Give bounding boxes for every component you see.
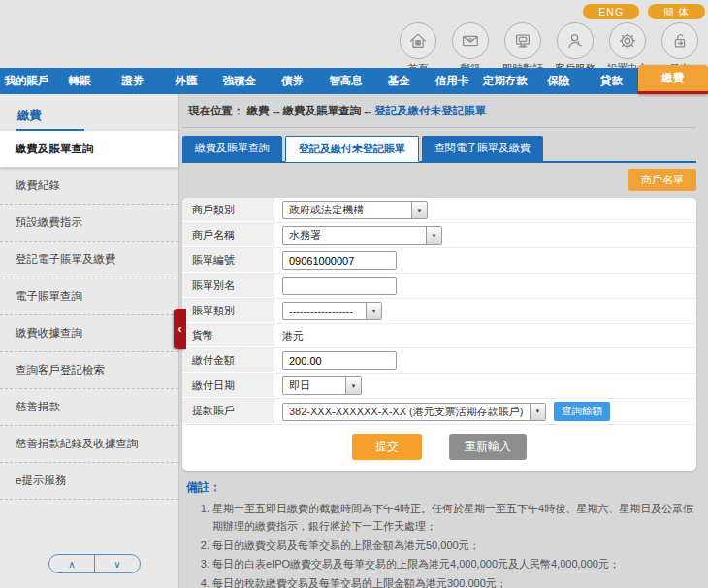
- form-row-merchant-category: 商戶類別 政府或法定機構 ▼: [182, 198, 696, 223]
- sidebar-item-ebill-enquiry[interactable]: 電子賬單查詢: [0, 278, 178, 315]
- dropdown-arrow-icon: ▼: [345, 377, 361, 394]
- nav-item-funds[interactable]: 基金: [372, 68, 426, 94]
- sidebar-title: 繳費: [0, 94, 178, 129]
- debit-account-select[interactable]: 382-XXX-XXXXXX-X-XX (港元支票活期存款賬戶) ▼: [282, 403, 546, 421]
- sidebar-item-payment-and-bill-enquiry[interactable]: 繳費及賬單查詢: [0, 131, 178, 168]
- bill-type-select[interactable]: ------------------ ▼: [282, 302, 382, 320]
- merchant-name-label: 商戶名稱: [182, 223, 274, 247]
- breadcrumb-path: 繳費 -- 繳費及賬單查詢 --: [247, 105, 371, 116]
- merchant-name-value: 水務署: [283, 228, 426, 243]
- settings-icon: [609, 22, 646, 59]
- tab-register-and-pay-unregistered-bill[interactable]: 登記及繳付未登記賬單: [285, 136, 419, 162]
- nav-item-securities[interactable]: 證券: [107, 68, 160, 94]
- bill-alias-label: 賬單別名: [182, 274, 274, 298]
- nav-item-insurance[interactable]: 保險: [531, 68, 585, 94]
- chevron-left-icon: ‹: [178, 322, 182, 336]
- debit-account-value: 382-XXX-XXXXXX-X-XX (港元支票活期存款賬戶): [283, 405, 530, 419]
- body: 繳費 繳費及賬單查詢 繳費紀錄 預設繳費指示 登記電子賬單及繳費 電子賬單查詢 …: [0, 94, 708, 588]
- breadcrumb-current: 登記及繳付未登記賬單: [374, 105, 486, 116]
- nav-item-fx[interactable]: 外匯: [159, 68, 212, 94]
- sidebar-item-payment-records[interactable]: 繳費紀錄: [0, 168, 178, 205]
- scroll-up-button[interactable]: ∧: [49, 555, 95, 572]
- chevron-down-icon: ∨: [113, 559, 120, 570]
- currency-value: 港元: [282, 329, 304, 343]
- nav-item-credit-card[interactable]: 信用卡: [426, 68, 479, 94]
- merchant-list-button[interactable]: 商戶名單: [628, 169, 696, 191]
- note-item: 星期一至五即日繳費的截數時間為下午4時正。任何於星期一至五下午4時後、星期六、星…: [212, 501, 694, 536]
- form-row-payment-date: 繳付日期 即日 ▼: [182, 374, 696, 399]
- nav-item-time-deposit[interactable]: 定期存款: [478, 68, 531, 94]
- sidebar-item-scheduled-payment-instructions[interactable]: 預設繳費指示: [0, 205, 178, 242]
- note-item: 每日的繳費交易及每筆交易的上限金額為港元50,000元；: [212, 538, 694, 555]
- sidebar: 繳費 繳費及賬單查詢 繳費紀錄 預設繳費指示 登記電子賬單及繳費 電子賬單查詢 …: [0, 94, 179, 588]
- form-row-bill-alias: 賬單別名: [182, 274, 696, 299]
- sidebar-pager: ∧ ∨: [48, 554, 141, 573]
- logout-icon: [661, 22, 698, 59]
- bill-type-label: 賬單類別: [182, 299, 274, 323]
- check-balance-button[interactable]: 查詢餘額: [554, 402, 610, 421]
- tab-bar: 繳費及賬單查詢 登記及繳付未登記賬單 查閱電子賬單及繳費: [182, 136, 696, 163]
- simplified-chinese-button[interactable]: 簡 体: [648, 4, 705, 19]
- form-row-debit-account: 提款賬戶 382-XXX-XXXXXX-X-XX (港元支票活期存款賬戶) ▼ …: [182, 399, 696, 425]
- chevron-up-icon: ∧: [68, 559, 75, 570]
- sidebar-item-donation-records-and-receipts[interactable]: 慈善捐款紀錄及收據查詢: [0, 426, 178, 463]
- form-row-bill-type: 賬單類別 ------------------ ▼: [182, 299, 696, 324]
- payment-amount-label: 繳付金額: [182, 348, 274, 373]
- currency-label: 貨幣: [182, 324, 274, 347]
- live-chat-icon: [504, 22, 541, 59]
- nav-item-loans[interactable]: 貸款: [585, 68, 638, 94]
- sidebar-item-customer-registration-enquiry[interactable]: 查詢客戶登記檢索: [0, 352, 178, 389]
- language-switcher: ENG 簡 体: [583, 4, 705, 19]
- merchant-category-select[interactable]: 政府或法定機構 ▼: [282, 201, 428, 219]
- nav-item-my-accounts[interactable]: 我的賬戶: [0, 68, 53, 94]
- main-nav: 我的賬戶 轉賬 證券 外匯 強積金 債券 智高息 基金 信用卡 定期存款 保險 …: [0, 68, 708, 94]
- debit-account-label: 提款賬戶: [182, 399, 274, 424]
- note-item: 每日的白表eIPO繳費交易及每筆交易的上限為港元4,000,000元及人民幣4,…: [212, 556, 694, 573]
- mail-icon: [452, 22, 489, 59]
- home-icon: [400, 22, 436, 59]
- nav-item-bonds[interactable]: 債券: [266, 68, 319, 94]
- submit-button[interactable]: 提交: [352, 434, 422, 460]
- payment-date-select[interactable]: 即日 ▼: [282, 376, 362, 395]
- tab-payment-and-bill-enquiry[interactable]: 繳費及賬單查詢: [182, 136, 282, 161]
- nav-item-transfer[interactable]: 轉賬: [53, 68, 107, 94]
- nav-item-mpf[interactable]: 強積金: [212, 68, 266, 94]
- dropdown-arrow-icon: ▼: [366, 303, 381, 319]
- dropdown-arrow-icon: ▼: [530, 404, 545, 420]
- nav-item-bill-payment[interactable]: 繳費: [638, 65, 708, 94]
- sidebar-item-register-ebill-and-payment[interactable]: 登記電子賬單及繳費: [0, 242, 178, 278]
- payment-date-label: 繳付日期: [182, 374, 274, 398]
- tab-view-ebill-and-payment[interactable]: 查閱電子賬單及繳費: [422, 136, 543, 161]
- form-row-merchant-name: 商戶名稱 水務署 ▼: [182, 223, 696, 248]
- merchant-name-select[interactable]: 水務署 ▼: [282, 226, 442, 245]
- merchant-category-value: 政府或法定機構: [283, 203, 411, 217]
- form-row-currency: 貨幣 港元: [182, 324, 696, 348]
- merchant-category-label: 商戶類別: [182, 198, 274, 222]
- bill-type-value: ------------------: [283, 306, 366, 317]
- nav-item-smart-interest[interactable]: 智高息: [319, 68, 372, 94]
- payment-amount-input[interactable]: [282, 351, 397, 370]
- reset-button[interactable]: 重新輸入: [449, 434, 527, 460]
- note-item: 每日的稅款繳費交易及每筆交易的上限金額為港元300,000元；: [212, 575, 694, 588]
- sidebar-item-ealert-service[interactable]: e提示服務: [0, 463, 178, 500]
- breadcrumb-prefix: 現在位置：: [188, 105, 244, 116]
- scroll-down-button[interactable]: ∨: [95, 555, 140, 572]
- sidebar-item-charity-donation[interactable]: 慈善捐款: [0, 389, 178, 426]
- notes-section: 備註： 星期一至五即日繳費的截數時間為下午4時正。任何於星期一至五下午4時後、星…: [182, 471, 696, 588]
- notes-title: 備註：: [186, 479, 694, 496]
- form-row-bill-number: 賬單編號: [182, 248, 696, 274]
- bill-number-input[interactable]: [282, 251, 397, 270]
- eng-language-button[interactable]: ENG: [583, 4, 639, 19]
- sidebar-item-payment-receipt-enquiry[interactable]: 繳費收據查詢: [0, 315, 178, 352]
- main-content: 現在位置： 繳費 -- 繳費及賬單查詢 -- 登記及繳付未登記賬單 繳費及賬單查…: [179, 94, 708, 588]
- breadcrumb: 現在位置： 繳費 -- 繳費及賬單查詢 -- 登記及繳付未登記賬單: [182, 94, 696, 128]
- top-header: ENG 簡 体 首頁 郵箱 即時對話 客戶服務: [0, 0, 708, 68]
- notes-list: 星期一至五即日繳費的截數時間為下午4時正。任何於星期一至五下午4時後、星期六、星…: [186, 501, 694, 588]
- payment-date-value: 即日: [283, 378, 345, 393]
- sidebar-collapse-handle[interactable]: ‹: [174, 309, 186, 349]
- dropdown-arrow-icon: ▼: [426, 227, 441, 244]
- bill-alias-input[interactable]: [282, 277, 397, 295]
- merchant-list-row: 商戶名單: [182, 163, 696, 198]
- customer-service-icon: [557, 22, 594, 59]
- form-actions: 提交 重新輸入: [182, 425, 696, 471]
